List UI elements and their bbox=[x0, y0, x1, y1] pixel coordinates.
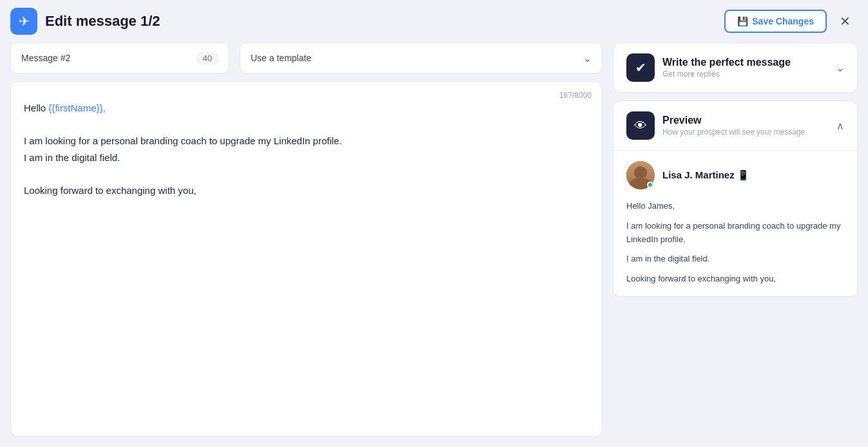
preview-card-subtitle: How your prospect will see your message bbox=[662, 128, 805, 137]
preview-toggle-icon[interactable]: ∧ bbox=[836, 120, 844, 132]
tips-card-header-left: ✔ Write the perfect message Get more rep… bbox=[626, 53, 791, 82]
greeting-line: Hello {{firstName}}, bbox=[24, 100, 589, 117]
preview-line2: I am in the digital field. bbox=[626, 252, 844, 266]
main-layout: Message #2 40 Use a template ⌄ 167/8000 … bbox=[0, 43, 868, 444]
tips-card-text: Write the perfect message Get more repli… bbox=[662, 57, 791, 79]
avatar-wrapper bbox=[626, 161, 655, 189]
tips-icon-box: ✔ bbox=[626, 53, 655, 82]
header-left: ✈ Edit message 1/2 bbox=[10, 8, 160, 35]
variable-firstname: {{firstName}}, bbox=[48, 102, 105, 113]
char-count: 167/8000 bbox=[559, 91, 592, 100]
preview-user-name: Lisa J. Martinez 📱 bbox=[662, 169, 749, 181]
preview-body: Lisa J. Martinez 📱 Hello James, I am loo… bbox=[613, 151, 857, 296]
online-indicator bbox=[647, 182, 653, 188]
logo-icon: ✈ bbox=[10, 8, 37, 35]
tips-card-header: ✔ Write the perfect message Get more rep… bbox=[626, 53, 844, 82]
checkmark-icon: ✔ bbox=[635, 60, 646, 75]
tips-toggle-icon[interactable]: ⌄ bbox=[836, 62, 844, 74]
save-changes-button[interactable]: 💾 Save Changes bbox=[724, 10, 827, 33]
message-count-badge: 40 bbox=[197, 52, 218, 64]
body-line3: Looking forward to exchanging with you, bbox=[24, 182, 589, 199]
left-panel: Message #2 40 Use a template ⌄ 167/8000 … bbox=[10, 43, 603, 437]
editor-area[interactable]: 167/8000 Hello {{firstName}}, I am looki… bbox=[10, 81, 603, 437]
right-panel: ✔ Write the perfect message Get more rep… bbox=[613, 43, 858, 437]
chevron-down-icon: ⌄ bbox=[583, 52, 592, 64]
close-button[interactable]: ✕ bbox=[834, 11, 855, 32]
tips-card-subtitle: Get more replies bbox=[662, 70, 791, 79]
controls-row: Message #2 40 Use a template ⌄ bbox=[10, 43, 603, 73]
template-dropdown[interactable]: Use a template ⌄ bbox=[240, 43, 603, 73]
page-title: Edit message 1/2 bbox=[45, 13, 160, 30]
save-icon: 💾 bbox=[737, 16, 748, 26]
template-dropdown-text: Use a template bbox=[251, 53, 311, 63]
eye-icon: 👁 bbox=[634, 119, 647, 133]
preview-header-left: 👁 Preview How your prospect will see you… bbox=[626, 111, 805, 140]
preview-line1: I am looking for a personal branding coa… bbox=[626, 220, 844, 247]
editor-content: Hello {{firstName}}, I am looking for a … bbox=[24, 95, 589, 198]
message-label-box: Message #2 40 bbox=[10, 43, 229, 73]
body-line2: I am in the digital field. bbox=[24, 149, 589, 166]
header: ✈ Edit message 1/2 💾 Save Changes ✕ bbox=[0, 0, 868, 43]
tips-card-title: Write the perfect message bbox=[662, 57, 791, 68]
bottom-toolbar: Insert a variable ⌄ 🙂 🖼 📎 GIF 🎤 Confirm bbox=[0, 444, 868, 447]
tips-card: ✔ Write the perfect message Get more rep… bbox=[613, 43, 858, 93]
preview-message: Hello James, I am looking for a personal… bbox=[626, 200, 844, 286]
preview-card-title: Preview bbox=[662, 115, 805, 126]
body-line1: I am looking for a personal branding coa… bbox=[24, 133, 589, 149]
preview-icon-box: 👁 bbox=[626, 111, 655, 140]
preview-greeting: Hello James, bbox=[626, 200, 844, 213]
preview-card: 👁 Preview How your prospect will see you… bbox=[613, 100, 858, 297]
message-label: Message #2 bbox=[21, 53, 70, 63]
preview-line3: Looking forward to exchanging with you, bbox=[626, 272, 844, 286]
preview-card-text: Preview How your prospect will see your … bbox=[662, 115, 805, 137]
preview-card-header: 👁 Preview How your prospect will see you… bbox=[613, 101, 857, 151]
preview-user-row: Lisa J. Martinez 📱 bbox=[626, 161, 844, 189]
header-right: 💾 Save Changes ✕ bbox=[724, 10, 855, 33]
